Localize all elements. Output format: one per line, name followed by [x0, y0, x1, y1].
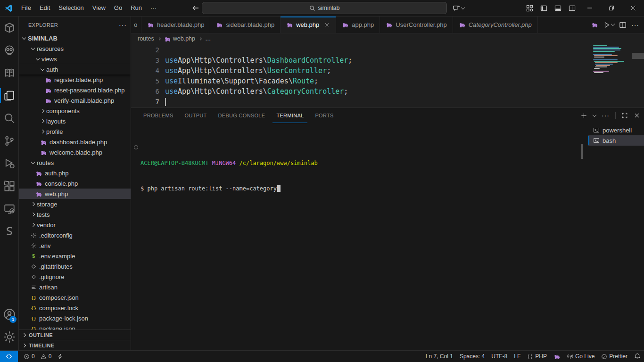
tree-item-resources[interactable]: resources [19, 43, 131, 54]
close-panel-icon[interactable] [634, 112, 640, 119]
tree-item-reset-password.blade.php[interactable]: reset-password.blade.php [19, 85, 131, 95]
menu-Go[interactable]: Go [110, 3, 126, 13]
statusbar-error[interactable]: 0 [21, 351, 38, 362]
tree-item-vendor[interactable]: vendor [19, 220, 131, 230]
tab-CategoryController.php[interactable]: CategoryController.php [453, 16, 538, 33]
toggle-secondary-sidebar-icon[interactable] [565, 1, 579, 15]
statusbar-remote[interactable] [0, 351, 18, 362]
editor-php-icon[interactable] [591, 22, 598, 28]
tree-item-.env[interactable]: .env [19, 240, 131, 251]
panel-tab-ports[interactable]: PORTS [311, 108, 337, 123]
tree-item-.env.example[interactable]: $.env.example [19, 251, 131, 261]
breadcrumb-item[interactable]: … [205, 35, 211, 42]
terminal-instance-bash[interactable]: bash [588, 135, 644, 146]
restore-button[interactable] [601, 0, 622, 16]
panel-tab-problems[interactable]: PROBLEMS [140, 108, 177, 123]
sidebar-section-timeline[interactable]: TIMELINE [19, 340, 131, 350]
tree-item-register.blade.php[interactable]: register.blade.php [19, 74, 131, 85]
tree-item-web.php[interactable]: web.php [19, 189, 131, 199]
toggle-panel-icon[interactable] [551, 1, 565, 15]
tree-item-console.php[interactable]: console.php [19, 178, 131, 189]
tab-app.php[interactable]: app.php [336, 16, 380, 33]
panel-tab-debug-console[interactable]: DEBUG CONSOLE [215, 108, 269, 123]
tab-sidebar.blade.php[interactable]: sidebar.blade.php [210, 16, 281, 33]
command-center-search[interactable]: siminlab [202, 2, 447, 14]
activity-item-run-debug[interactable] [0, 152, 18, 175]
tree-item-.gitattributes[interactable]: .gitattributes [19, 261, 131, 272]
activity-item-book[interactable] [0, 62, 18, 84]
tree-item-package-lock.json[interactable]: {}package-lock.json [19, 313, 131, 323]
tree-item-artisan[interactable]: artisan [19, 282, 131, 292]
terminal-instance-powershell[interactable]: powershell [588, 125, 644, 135]
close-tab-icon[interactable] [324, 22, 330, 28]
tab-web.php[interactable]: web.php [281, 16, 336, 33]
tree-item-tests[interactable]: tests [19, 209, 131, 220]
statusbar-lightning[interactable] [54, 351, 66, 362]
close-window-button[interactable] [622, 0, 644, 16]
activity-item-settings[interactable] [0, 326, 18, 348]
activity-item-source-control[interactable] [0, 130, 18, 152]
statusbar-notifications[interactable] [631, 351, 644, 362]
tree-item-package.json[interactable]: {}package.json [19, 323, 131, 329]
tree-item-auth.php[interactable]: auth.php [19, 168, 131, 178]
tab-UserController.php[interactable]: UserController.php [380, 16, 453, 33]
statusbar-go-live[interactable]: Go Live [564, 351, 598, 362]
activity-item-s-extension[interactable] [0, 220, 18, 243]
tree-item-.gitignore[interactable]: .gitignore [19, 272, 131, 282]
maximize-panel-icon[interactable] [621, 112, 628, 119]
menu-more[interactable]: ··· [146, 3, 161, 13]
menu-File[interactable]: File [17, 3, 35, 13]
tree-item-auth[interactable]: auth [19, 64, 131, 74]
tree-item-storage[interactable]: storage [19, 199, 131, 209]
menu-View[interactable]: View [88, 3, 110, 13]
tree-item-routes[interactable]: routes [19, 157, 131, 168]
customize-layout-icon[interactable] [522, 1, 537, 15]
statusbar-prettier[interactable]: Prettier [598, 351, 631, 362]
editor-scrollbar[interactable] [632, 53, 644, 59]
statusbar-eol[interactable]: LF [511, 351, 524, 362]
tab-partial[interactable]: o [131, 16, 141, 33]
breadcrumb-item[interactable]: routes [138, 35, 154, 42]
panel-tab-output[interactable]: OUTPUT [181, 108, 211, 123]
terminal[interactable]: ACER@LAPTOP-B48KUCMT MINGW64 /c/laragon/… [131, 123, 588, 350]
activity-item-mascot[interactable] [0, 39, 18, 62]
activity-item-container[interactable] [0, 16, 18, 39]
statusbar-cursor-position[interactable]: Ln 7, Col 1 [422, 351, 456, 362]
statusbar-php-extension[interactable] [550, 351, 564, 362]
minimize-button[interactable] [579, 0, 601, 16]
terminal-launch-chevron-icon[interactable] [593, 113, 596, 116]
tree-item-views[interactable]: views [19, 54, 131, 64]
tree-item-.editorconfig[interactable]: .editorconfig [19, 230, 131, 240]
breadcrumb-item[interactable]: web.php [164, 35, 195, 42]
statusbar-warning[interactable]: 0 [38, 351, 55, 362]
tree-item-profile[interactable]: profile [19, 126, 131, 137]
tree-item-welcome.blade.php[interactable]: welcome.blade.php [19, 147, 131, 157]
menu-Edit[interactable]: Edit [35, 3, 54, 13]
split-editor-icon[interactable] [619, 21, 627, 29]
menu-Selection[interactable]: Selection [54, 3, 88, 13]
statusbar-encoding[interactable]: UTF-8 [488, 351, 511, 362]
run-code-button[interactable] [603, 21, 614, 29]
tree-item-verify-email.blade.php[interactable]: verify-email.blade.php [19, 95, 131, 106]
code-editor[interactable]: 234567 use App\Http\Controllers\Dashboar… [131, 44, 644, 107]
new-terminal-icon[interactable] [580, 112, 587, 119]
activity-item-accounts[interactable]: 1 [0, 303, 18, 326]
statusbar-indentation[interactable]: Spaces: 4 [456, 351, 488, 362]
activity-item-search[interactable] [0, 107, 18, 130]
back-arrow-icon[interactable] [192, 4, 199, 12]
activity-item-remote-explorer[interactable] [0, 197, 18, 220]
activity-item-extensions[interactable] [0, 175, 18, 197]
tree-item-components[interactable]: components [19, 106, 131, 116]
tree-item-layouts[interactable]: layouts [19, 116, 131, 126]
toggle-sidebar-icon[interactable] [537, 1, 551, 15]
minimap[interactable] [592, 45, 637, 78]
activity-item-explorer[interactable] [0, 84, 18, 107]
menu-Run[interactable]: Run [126, 3, 146, 13]
tree-item-composer.json[interactable]: {}composer.json [19, 292, 131, 303]
tab-header.blade.php[interactable]: header.blade.php [141, 16, 210, 33]
sidebar-section-outline[interactable]: OUTLINE [19, 329, 131, 340]
tree-item-SIMINLAB[interactable]: SIMINLAB [19, 33, 131, 43]
tree-item-dashboard.blade.php[interactable]: dashboard.blade.php [19, 137, 131, 147]
statusbar-language-mode[interactable]: PHP [524, 351, 550, 362]
copilot-menu[interactable] [453, 2, 464, 14]
